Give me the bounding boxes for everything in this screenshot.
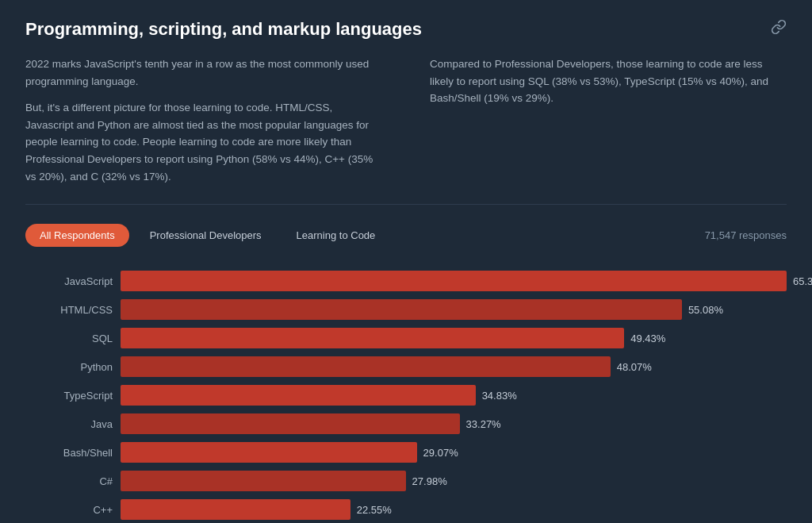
bar-label: Bash/Shell: [41, 447, 113, 459]
page-title: Programming, scripting, and markup langu…: [25, 19, 787, 40]
bar-row: Bash/Shell29.07%: [41, 442, 787, 463]
bar-label: Python: [41, 361, 113, 373]
bar-track: 48.07%: [121, 356, 787, 377]
chart-container: JavaScript65.36%HTML/CSS55.08%SQL49.43%P…: [25, 271, 787, 523]
bar-label: C#: [41, 475, 113, 487]
bar-row: Java33.27%: [41, 413, 787, 434]
bar-track: 22.55%: [121, 499, 787, 520]
bar-track: 65.36%: [121, 271, 787, 291]
bar-fill: [121, 299, 682, 320]
bar-row: Python48.07%: [41, 356, 787, 377]
filter-professional-button[interactable]: Professional Developers: [136, 224, 276, 247]
bar-fill: [121, 413, 460, 434]
bar-track: 29.07%: [121, 442, 787, 463]
bar-row: TypeScript34.83%: [41, 385, 787, 406]
bar-fill: [121, 442, 417, 463]
desc-left-p1: 2022 marks JavaScript's tenth year in a …: [25, 56, 382, 90]
filter-learning-button[interactable]: Learning to Code: [282, 224, 390, 247]
bar-row: JavaScript65.36%: [41, 271, 787, 291]
desc-left-p2: But, it's a different picture for those …: [25, 99, 382, 185]
bar-value: 55.08%: [688, 304, 723, 316]
bar-value: 34.83%: [482, 390, 517, 402]
responses-count: 71,547 responses: [705, 229, 787, 241]
description-right: Compared to Professional Developers, tho…: [430, 56, 787, 185]
filter-all-button[interactable]: All Respondents: [25, 224, 129, 247]
bar-track: 55.08%: [121, 299, 787, 320]
bar-row: C#27.98%: [41, 471, 787, 491]
bar-track: 27.98%: [121, 471, 787, 491]
bar-value: 49.43%: [630, 333, 665, 344]
bar-label: C++: [41, 504, 113, 516]
description-left: 2022 marks JavaScript's tenth year in a …: [25, 56, 382, 185]
link-icon[interactable]: [771, 19, 787, 39]
bar-value: 33.27%: [466, 418, 501, 430]
bar-track: 34.83%: [121, 385, 787, 406]
bar-value: 48.07%: [617, 361, 652, 373]
bar-fill: [121, 471, 406, 491]
bar-fill: [121, 499, 350, 520]
bar-fill: [121, 271, 787, 291]
header-area: Programming, scripting, and markup langu…: [25, 19, 787, 40]
bar-label: JavaScript: [41, 275, 113, 287]
bar-label: Java: [41, 418, 113, 430]
bar-label: TypeScript: [41, 390, 113, 402]
bar-track: 33.27%: [121, 413, 787, 434]
bar-value: 27.98%: [412, 475, 447, 487]
filter-row: All Respondents Professional Developers …: [25, 224, 787, 247]
bar-label: SQL: [41, 333, 113, 344]
bar-value: 29.07%: [423, 447, 458, 459]
bar-value: 65.36%: [793, 275, 812, 287]
bar-row: SQL49.43%: [41, 328, 787, 348]
desc-right-p1: Compared to Professional Developers, tho…: [430, 56, 787, 107]
bar-row: HTML/CSS55.08%: [41, 299, 787, 320]
bar-label: HTML/CSS: [41, 304, 113, 316]
bar-fill: [121, 328, 624, 348]
bar-fill: [121, 356, 611, 377]
bar-track: 49.43%: [121, 328, 787, 348]
bar-value: 22.55%: [357, 504, 392, 516]
bar-row: C++22.55%: [41, 499, 787, 520]
bar-fill: [121, 385, 476, 406]
description-row: 2022 marks JavaScript's tenth year in a …: [25, 56, 787, 205]
page-container: Programming, scripting, and markup langu…: [0, 0, 812, 523]
